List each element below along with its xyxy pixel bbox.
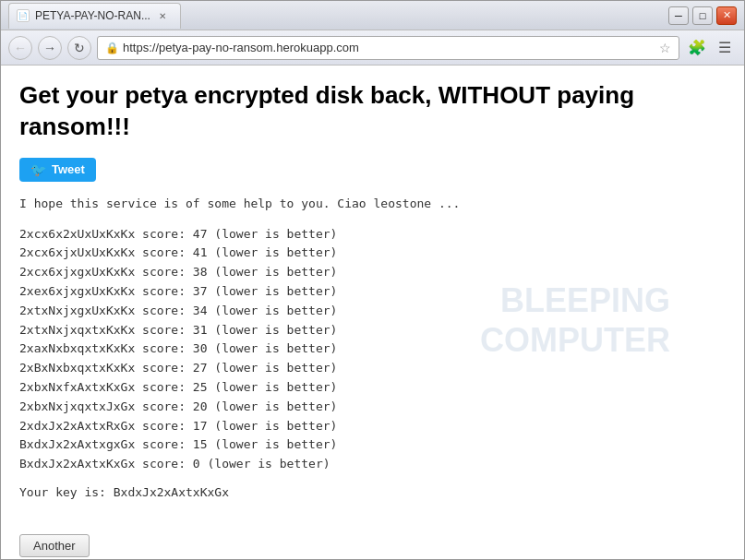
score-line: BxdxJx2xAxtxKxGx score: 0 (lower is bett…	[19, 455, 726, 474]
refresh-button[interactable]: ↻	[67, 36, 91, 60]
score-list: 2xcx6x2xUxUxKxKx score: 47 (lower is bet…	[19, 225, 726, 474]
intro-text: I hope this service is of some help to y…	[19, 197, 726, 210]
tab-favicon: 📄	[17, 9, 30, 22]
key-line: Your key is: BxdxJx2xAxtxKxGx	[19, 485, 726, 499]
score-line: 2xbxNxfxAxtxKxGx score: 25 (lower is bet…	[19, 378, 726, 398]
bookmark-star-icon[interactable]: ☆	[659, 41, 671, 55]
extensions-icon[interactable]: 🧩	[685, 36, 709, 60]
page-title: Get your petya encrypted disk back, WITH…	[19, 80, 726, 143]
score-line: 2xdxJx2xAxtxRxGx score: 17 (lower is bet…	[19, 417, 726, 436]
maximize-button[interactable]: □	[692, 6, 713, 25]
another-button[interactable]: Another	[19, 534, 90, 557]
browser-window: 📄 PETYA-PAY-NO-RAN... ✕ ─ □ ✕ ← → ↻ 🔒 ht…	[0, 0, 745, 560]
score-line: 2xaxNxbxqxtxKxKx score: 30 (lower is bet…	[19, 340, 726, 359]
title-bar: 📄 PETYA-PAY-NO-RAN... ✕ ─ □ ✕	[1, 1, 744, 30]
tab-close-button[interactable]: ✕	[156, 9, 169, 22]
tab-label: PETYA-PAY-NO-RAN...	[35, 9, 150, 22]
window-controls: ─ □ ✕	[668, 6, 737, 25]
score-line: 2xcx6xjxgxUxKxKx score: 38 (lower is bet…	[19, 263, 726, 282]
nav-right-buttons: 🧩 ☰	[685, 36, 737, 60]
twitter-bird-icon: 🐦	[30, 162, 46, 177]
score-line: BxdxJx2xAxtxgxGx score: 15 (lower is bet…	[19, 435, 726, 455]
score-line: 2xbxNxjxqxtxJxGx score: 20 (lower is bet…	[19, 398, 726, 417]
score-line: 2xcx6xjxUxUxKxKx score: 41 (lower is bet…	[19, 244, 726, 263]
url-text: https://petya-pay-no-ransom.herokuapp.co…	[123, 41, 655, 54]
tab-bar: 📄 PETYA-PAY-NO-RAN... ✕	[8, 3, 181, 29]
tweet-button-label: Tweet	[52, 162, 85, 176]
score-line: 2xcx6x2xUxUxKxKx score: 47 (lower is bet…	[19, 225, 726, 244]
score-line: 2xtxNxjxgxUxKxKx score: 34 (lower is bet…	[19, 302, 726, 321]
close-button[interactable]: ✕	[716, 6, 737, 25]
forward-button[interactable]: →	[38, 36, 62, 60]
nav-bar: ← → ↻ 🔒 https://petya-pay-no-ransom.hero…	[1, 30, 744, 66]
security-lock-icon: 🔒	[105, 42, 119, 54]
minimize-button[interactable]: ─	[668, 6, 689, 25]
score-line: 2xtxNxjxqxtxKxKx score: 31 (lower is bet…	[19, 321, 726, 340]
menu-icon[interactable]: ☰	[713, 36, 737, 60]
score-line: 2xBxNxbxqxtxKxKx score: 27 (lower is bet…	[19, 359, 726, 378]
score-line: 2xex6xjxgxUxKxKx score: 37 (lower is bet…	[19, 282, 726, 302]
page-content: BLEEPING COMPUTER Get your petya encrypt…	[1, 66, 744, 559]
tweet-button[interactable]: 🐦 Tweet	[19, 158, 96, 182]
browser-tab[interactable]: 📄 PETYA-PAY-NO-RAN... ✕	[8, 3, 181, 29]
address-bar[interactable]: 🔒 https://petya-pay-no-ransom.herokuapp.…	[97, 36, 679, 60]
back-button[interactable]: ←	[8, 36, 32, 60]
